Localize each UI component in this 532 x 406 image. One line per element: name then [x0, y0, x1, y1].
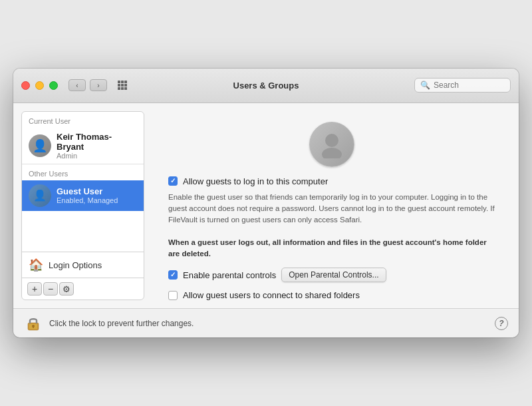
close-button[interactable] [21, 81, 30, 90]
content-area: Current User 👤 Keir Thomas-Bryant Admin … [13, 103, 519, 308]
svg-rect-5 [33, 326, 34, 328]
guest-status: Enabled, Managed [57, 196, 118, 204]
remove-user-button[interactable]: − [43, 282, 58, 296]
admin-name: Keir Thomas-Bryant [57, 132, 137, 152]
login-options-label: Login Options [49, 260, 102, 270]
main-panel: ✓ Allow guests to log in to this compute… [152, 111, 511, 300]
guest-name: Guest User [57, 186, 118, 196]
help-button[interactable]: ? [495, 317, 508, 330]
grid-icon [118, 81, 127, 90]
other-users-label: Other Users [22, 164, 144, 180]
maximize-button[interactable] [49, 81, 58, 90]
login-options-row[interactable]: 🏠 Login Options [22, 252, 144, 278]
parental-controls-checkbox[interactable]: ✓ [168, 270, 178, 280]
search-input[interactable] [434, 81, 505, 90]
description-text: Enable the guest user so that friends ca… [168, 192, 495, 226]
main-window: ‹ › Users & Groups 🔍 Current User 👤 [13, 69, 519, 337]
sidebar: Current User 👤 Keir Thomas-Bryant Admin … [21, 111, 144, 300]
shared-folders-checkbox[interactable] [168, 291, 178, 300]
parental-checkmark-icon: ✓ [170, 272, 176, 278]
guest-user-info: Guest User Enabled, Managed [57, 186, 118, 204]
guest-avatar-icon: 👤 [33, 189, 47, 202]
sidebar-item-guest[interactable]: 👤 Guest User Enabled, Managed [22, 180, 144, 211]
traffic-lights [21, 81, 58, 90]
description-bold: When a guest user logs out, all informat… [168, 237, 495, 260]
shared-folders-row: Allow guest users to connect to shared f… [168, 290, 495, 300]
allow-guests-checkbox[interactable]: ✓ [168, 176, 178, 186]
admin-avatar-icon: 👤 [33, 138, 47, 153]
nav-buttons: ‹ › [68, 79, 131, 91]
admin-role: Admin [57, 152, 137, 160]
guest-header [152, 111, 511, 167]
guest-avatar: 👤 [29, 184, 51, 207]
lock-icon [24, 314, 43, 333]
grid-view-button[interactable] [114, 79, 131, 91]
nav-back-button[interactable]: ‹ [68, 79, 86, 91]
window-title: Users & Groups [233, 81, 299, 91]
search-icon: 🔍 [420, 81, 430, 90]
sidebar-toolbar: + − ⚙ [22, 278, 144, 300]
add-user-button[interactable]: + [27, 282, 42, 296]
svg-point-0 [325, 134, 338, 147]
guest-silhouette-icon [318, 130, 346, 158]
bottom-bar: Click the lock to prevent further change… [13, 308, 519, 337]
minimize-button[interactable] [35, 81, 44, 90]
parental-controls-label: Enable parental controls [183, 270, 276, 280]
allow-guests-row: ✓ Allow guests to log in to this compute… [168, 176, 495, 186]
svg-point-1 [322, 148, 342, 158]
current-user-label: Current User [22, 112, 144, 128]
nav-forward-button[interactable]: › [90, 79, 107, 91]
admin-user-info: Keir Thomas-Bryant Admin [57, 132, 137, 160]
options-area: ✓ Allow guests to log in to this compute… [152, 176, 511, 300]
sidebar-item-admin[interactable]: 👤 Keir Thomas-Bryant Admin [22, 128, 144, 164]
search-bar[interactable]: 🔍 [414, 78, 511, 93]
shared-folders-label: Allow guest users to connect to shared f… [183, 290, 360, 300]
gear-button[interactable]: ⚙ [59, 282, 74, 296]
guest-avatar-large [309, 122, 354, 167]
title-bar: ‹ › Users & Groups 🔍 [13, 69, 519, 103]
parental-controls-row: ✓ Enable parental controls Open Parental… [168, 268, 495, 282]
login-options-icon: 🏠 [29, 258, 43, 272]
checkmark-icon: ✓ [170, 178, 176, 184]
admin-avatar: 👤 [29, 134, 51, 157]
lock-text: Click the lock to prevent further change… [49, 319, 194, 328]
allow-guests-label: Allow guests to log in to this computer [183, 176, 328, 186]
lock-button[interactable] [24, 314, 43, 333]
sidebar-spacer [22, 211, 144, 252]
open-parental-controls-button[interactable]: Open Parental Controls... [281, 268, 386, 282]
